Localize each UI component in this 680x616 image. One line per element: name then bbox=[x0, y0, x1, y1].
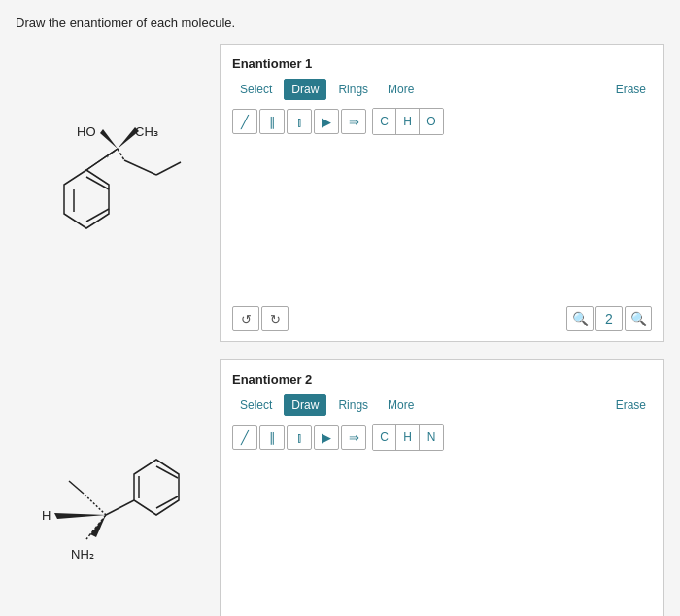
select-button-1[interactable]: Select bbox=[232, 79, 280, 100]
main-container: HO CH₃ Enantiomer 1 Select Dr bbox=[16, 44, 664, 616]
svg-line-25 bbox=[69, 481, 84, 494]
select-button-2[interactable]: Select bbox=[232, 394, 280, 416]
svg-text:HO: HO bbox=[77, 124, 96, 139]
svg-line-24 bbox=[84, 494, 106, 515]
draw-button-2[interactable]: Draw bbox=[284, 394, 326, 416]
atom-h-btn-1[interactable]: H bbox=[396, 109, 420, 134]
atom-tools-1: C H O bbox=[372, 108, 444, 135]
enantiomer-2-canvas[interactable] bbox=[232, 459, 652, 614]
atom-tools-2: C H N bbox=[372, 424, 444, 451]
enantiomer-1-title: Enantiomer 1 bbox=[232, 56, 652, 71]
more-button-1[interactable]: More bbox=[380, 79, 422, 100]
erase-button-2[interactable]: Erase bbox=[610, 395, 652, 415]
double-bond-btn-2[interactable]: ∥ bbox=[259, 425, 285, 450]
atom-c-btn-2[interactable]: C bbox=[373, 425, 396, 450]
dash-bond-btn-2[interactable]: ⇒ bbox=[341, 425, 366, 450]
enantiomer-1-toolbar: Select Draw Rings More Erase bbox=[232, 79, 652, 100]
draw-button-1[interactable]: Draw bbox=[284, 79, 326, 100]
svg-text:H: H bbox=[42, 508, 51, 523]
enantiomer-1-canvas[interactable] bbox=[232, 143, 652, 298]
rings-button-1[interactable]: Rings bbox=[330, 79, 376, 100]
triple-bond-btn-2[interactable]: ⫿ bbox=[287, 425, 312, 450]
svg-marker-6 bbox=[100, 129, 118, 149]
erase-button-1[interactable]: Erase bbox=[610, 80, 652, 99]
molecule-2-display: NH₂ H bbox=[16, 359, 220, 616]
svg-marker-23 bbox=[54, 513, 106, 519]
svg-line-12 bbox=[156, 162, 181, 175]
wedge-bond-btn-2[interactable]: ▶ bbox=[314, 425, 339, 450]
more-button-2[interactable]: More bbox=[380, 394, 422, 416]
zoom-reset-btn-1[interactable]: 2 bbox=[595, 306, 623, 331]
enantiomer-1-section: HO CH₃ Enantiomer 1 Select Dr bbox=[16, 44, 664, 342]
svg-text:CH₃: CH₃ bbox=[135, 124, 158, 139]
atom-o-btn-1[interactable]: O bbox=[420, 109, 443, 134]
triple-bond-btn-1[interactable]: ⫿ bbox=[287, 109, 312, 134]
enantiomer-1-editor: Enantiomer 1 Select Draw Rings More Eras… bbox=[220, 44, 664, 342]
zoom-controls-1: 🔍 2 🔍 bbox=[566, 306, 652, 331]
double-bond-btn-1[interactable]: ∥ bbox=[259, 109, 285, 134]
atom-h-btn-2[interactable]: H bbox=[396, 425, 420, 450]
single-bond-btn-2[interactable]: ╱ bbox=[232, 425, 257, 450]
zoom-in-btn-1[interactable]: 🔍 bbox=[566, 306, 594, 331]
enantiomer-1-bottom-controls: ↺ ↻ 🔍 2 🔍 bbox=[232, 306, 652, 331]
enantiomer-2-toolbar: Select Draw Rings More Erase bbox=[232, 394, 652, 416]
single-bond-btn-1[interactable]: ╱ bbox=[232, 109, 257, 134]
molecule-1-display: HO CH₃ bbox=[16, 44, 220, 316]
wedge-bond-btn-1[interactable]: ▶ bbox=[314, 109, 339, 134]
svg-marker-26 bbox=[90, 515, 106, 537]
svg-text:NH₂: NH₂ bbox=[71, 547, 94, 562]
enantiomer-2-editor: Enantiomer 2 Select Draw Rings More Eras… bbox=[220, 359, 664, 616]
atom-n-btn-2[interactable]: N bbox=[420, 425, 443, 450]
redo-btn-1[interactable]: ↻ bbox=[261, 306, 289, 331]
undo-btn-1[interactable]: ↺ bbox=[232, 306, 259, 331]
svg-line-11 bbox=[124, 160, 156, 175]
atom-c-btn-1[interactable]: C bbox=[373, 109, 396, 134]
enantiomer-2-draw-tools: ╱ ∥ ⫿ ▶ ⇒ C H N bbox=[232, 424, 652, 451]
svg-marker-15 bbox=[134, 460, 179, 515]
undo-redo-1: ↺ ↻ bbox=[232, 306, 289, 331]
enantiomer-2-section: NH₂ H Enantiomer 2 Select Draw Rings Mor bbox=[16, 359, 664, 616]
svg-line-10 bbox=[118, 149, 124, 160]
enantiomer-2-title: Enantiomer 2 bbox=[232, 372, 652, 387]
svg-line-19 bbox=[106, 500, 134, 515]
enantiomer-1-draw-tools: ╱ ∥ ⫿ ▶ ⇒ C H O bbox=[232, 108, 652, 135]
page-instruction: Draw the enantiomer of each molecule. bbox=[16, 16, 664, 30]
svg-line-13 bbox=[86, 149, 118, 170]
dash-bond-btn-1[interactable]: ⇒ bbox=[341, 109, 366, 134]
zoom-out-btn-1[interactable]: 🔍 bbox=[625, 306, 652, 331]
rings-button-2[interactable]: Rings bbox=[330, 394, 376, 416]
